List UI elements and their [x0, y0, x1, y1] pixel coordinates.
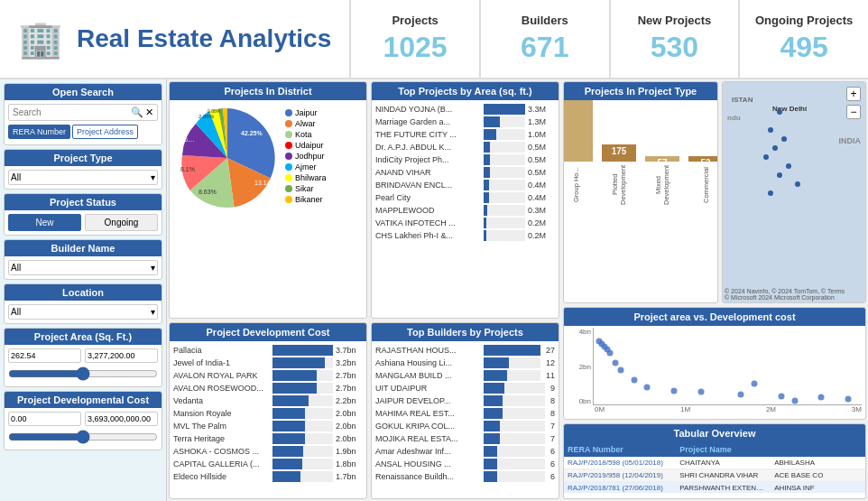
scatter-title: Project area vs. Development cost [564, 308, 865, 326]
tab-rera[interactable]: RERA Number [8, 125, 70, 139]
bar-track [484, 345, 540, 356]
bar-label: IndiCity Project Ph... [375, 155, 484, 164]
search-tabs: RERA Number Project Address [8, 125, 158, 139]
tab-address[interactable]: Project Address [72, 125, 138, 139]
table-row: RAJ/P/2018/781 (27/06/2018) PARSHWANTH E… [564, 482, 865, 493]
builders-panel: Top Builders by Projects RAJASTHAN HOUS.… [371, 322, 559, 499]
builder-value: 6 [548, 447, 555, 456]
pie-chart: 42.25% 13.14% 8.63% 8.1% 6.... 2.06% 0.8… [173, 104, 282, 307]
builder-value: 8 [548, 409, 555, 418]
bar-value: 1.7bn [336, 472, 363, 481]
bar-track [484, 395, 545, 406]
bar-fill [484, 459, 497, 469]
bar-fill [272, 471, 300, 482]
bar-track [484, 459, 545, 469]
project-type-select[interactable]: All ▾ [8, 170, 158, 185]
legend-item: Jodhpur [285, 152, 363, 161]
center-bottom: Project Development Cost Pallacia 3.7bn … [167, 320, 561, 501]
status-new-btn[interactable]: New [8, 214, 81, 231]
bar-label: CHS Lakheri Ph-I &... [375, 231, 484, 240]
dev-cost-max-input[interactable] [85, 412, 158, 426]
center-top: Projects In District [167, 79, 561, 320]
table-cell-rera: RAJ/P/2018/598 (05/01/2018) [564, 457, 676, 469]
status-ongoing-btn[interactable]: Ongoing [85, 214, 158, 231]
list-item: ANSAL HOUSING ... 6 [375, 459, 555, 469]
bar-fill [484, 218, 486, 228]
builder-name-select[interactable]: All ▾ [8, 260, 158, 275]
pie-svg: 42.25% 13.14% 8.63% 8.1% 6.... 2.06% 0.8… [173, 104, 282, 212]
table-container: RERA Number Project Name RAJ/P/2018/598 … [564, 442, 865, 493]
bar-track [484, 142, 525, 153]
legend-label: Ajmer [295, 162, 317, 172]
bar-value: 1.3M [528, 117, 555, 126]
bar-label: Terra Heritage [173, 434, 272, 443]
district-chart-panel: Projects In District [169, 81, 367, 319]
bar-label: VATIKA INFOTECH ... [375, 218, 484, 227]
search-row[interactable]: 🔍 ✕ [8, 104, 158, 121]
project-type-value: All [11, 172, 21, 182]
svg-text:0.88%: 0.88% [208, 108, 221, 114]
chevron-down-icon: ▾ [151, 263, 155, 273]
pie-area: 42.25% 13.14% 8.63% 8.1% 6.... 2.06% 0.8… [173, 104, 363, 307]
bar-track [272, 433, 333, 444]
bar-value: 0.4M [528, 181, 555, 190]
type-label: Commercial [702, 164, 710, 205]
map-label-india: INDIA [839, 136, 862, 145]
builder-name-section: Builder Name All ▾ [4, 239, 162, 280]
bar-fill [272, 433, 305, 444]
legend-dot [285, 131, 292, 138]
bar-label: THE FUTURE CITY ... [375, 130, 484, 139]
type-bar-col: 57 Mixed Development [645, 156, 679, 205]
table-cell-name: SHRI CHANDRA VIHAR [676, 469, 771, 481]
bar-label: AVALON ROYAL PARK [173, 371, 272, 380]
left-panel: Open Search 🔍 ✕ RERA Number Project Addr… [0, 79, 167, 501]
bar-label: MAPPLEWOOD [375, 206, 484, 215]
list-item: AVALON ROYAL PARK 2.7bn [173, 370, 363, 381]
table-cell-extra: ACE BASE CO [771, 469, 865, 481]
scatter-dot [778, 393, 784, 399]
project-type-title: Project Type [5, 150, 162, 166]
map-zoom-out-button[interactable]: − [846, 105, 861, 119]
map-dot-8 [795, 181, 800, 187]
bar-value: 0.4M [528, 193, 555, 202]
bar-label: AVALON ROSEWOOD... [173, 384, 272, 393]
list-item: Mansion Royale 2.0bn [173, 408, 363, 419]
svg-text:6....: 6.... [184, 136, 195, 143]
scatter-panel: Project area vs. Development cost 4bn 2b… [563, 307, 866, 420]
bar-label: CAPITAL GALLERIA (... [173, 459, 272, 469]
legend-dot [285, 163, 292, 171]
stat-box-projects: Projects1025 [349, 0, 479, 78]
svg-text:8.63%: 8.63% [199, 189, 217, 195]
area-max-input[interactable] [85, 348, 158, 363]
map-container: + − ISTAN New Delhi ndu INDIA [723, 82, 865, 302]
location-select[interactable]: All ▾ [8, 304, 158, 320]
stat-value: 1025 [383, 31, 447, 64]
scatter-dot [612, 360, 618, 366]
bar-track [484, 421, 545, 431]
scatter-dot [738, 391, 744, 397]
bar-value: 2.0bn [336, 422, 363, 431]
legend-dot [285, 142, 292, 149]
map-dot-7 [777, 172, 782, 178]
list-item: NINDAD YOJNA (B... 3.3M [375, 104, 555, 115]
area-slider[interactable] [8, 366, 158, 381]
bar-fill [272, 408, 305, 419]
scatter-dot [697, 389, 704, 395]
table-cell-name: PARSHWANTH EXTENSION PHASE-III [676, 482, 771, 493]
bar-label: Marriage Garden a... [375, 117, 484, 126]
dev-cost-min-input[interactable] [8, 412, 81, 426]
bar-track [272, 357, 333, 368]
close-icon[interactable]: ✕ [145, 107, 153, 118]
bar-fill [484, 180, 489, 190]
legend-dot [285, 153, 292, 160]
list-item: VATIKA INFOTECH ... 0.2M [375, 218, 555, 228]
map-zoom-in-button[interactable]: + [846, 87, 861, 101]
type-bar: 53 [688, 156, 717, 162]
search-input[interactable] [13, 107, 131, 117]
stat-label: Builders [522, 14, 568, 27]
stat-box-new-projects: New Projects530 [609, 0, 739, 78]
area-min-input[interactable] [8, 348, 81, 363]
bar-label: NINDAD YOJNA (B... [375, 105, 484, 114]
dev-cost-slider[interactable] [8, 430, 158, 444]
list-item: Pallacia 3.7bn [173, 345, 363, 356]
